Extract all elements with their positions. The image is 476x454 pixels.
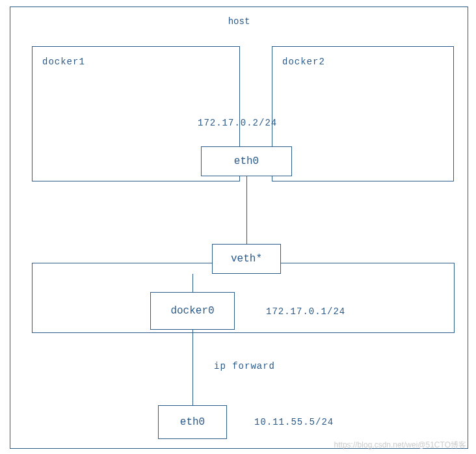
docker0-label: docker0 <box>170 305 214 317</box>
ip-eth0-container: 172.17.0.2/24 <box>198 118 277 128</box>
eth0-host-box: eth0 <box>158 405 227 439</box>
docker0-box: docker0 <box>150 292 235 330</box>
connector-eth0-veth <box>246 176 247 244</box>
watermark: https://blog.csdn.net/wei@51CTO博客 <box>334 440 466 451</box>
veth-box: veth* <box>212 244 281 274</box>
watermark-right: @51CTO博客 <box>417 440 466 449</box>
connector-veth-docker0 <box>192 274 193 292</box>
eth0-bottom-label: eth0 <box>180 416 205 428</box>
ip-forward-label: ip forward <box>214 361 275 371</box>
connector-docker0-eth0host <box>192 330 193 405</box>
docker1-label: docker1 <box>42 57 85 67</box>
ip-eth0-host: 10.11.55.5/24 <box>254 417 334 427</box>
ip-docker0: 172.17.0.1/24 <box>266 306 345 317</box>
docker2-box: docker2 <box>272 46 454 181</box>
host-label: host <box>228 16 250 27</box>
docker2-label: docker2 <box>282 57 325 67</box>
eth0-container-box: eth0 <box>201 146 292 176</box>
watermark-left: https://blog.csdn.net/wei <box>334 440 418 449</box>
host-container: host docker1 docker2 172.17.0.2/24 eth0 … <box>10 7 468 449</box>
veth-label: veth* <box>231 253 262 265</box>
eth0-top-label: eth0 <box>234 155 259 167</box>
